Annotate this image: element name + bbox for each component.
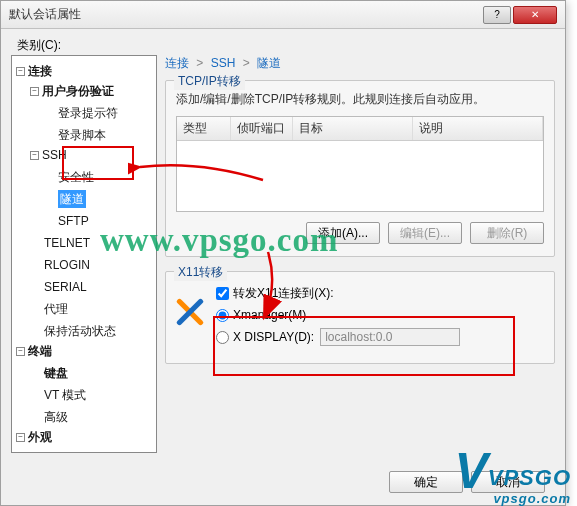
xmanager-radio[interactable]: Xmanager(M) — [216, 308, 306, 322]
breadcrumb-root[interactable]: 连接 — [165, 56, 189, 70]
chevron-right-icon: > — [243, 56, 250, 70]
titlebar: 默认会话属性 ? ✕ — [1, 1, 565, 29]
xmanager-icon — [176, 298, 204, 326]
forward-x11-checkbox[interactable]: 转发X11连接到(X): — [216, 285, 334, 302]
edit-button[interactable]: 编辑(E)... — [388, 222, 462, 244]
category-pane: −连接 −用户身份验证 登录提示符 登录脚本 — [11, 55, 157, 495]
collapse-icon[interactable]: − — [16, 67, 25, 76]
xdisplay-input[interactable] — [320, 328, 460, 346]
close-button[interactable]: ✕ — [513, 6, 557, 24]
tree-login-prompt[interactable]: 登录提示符 — [44, 104, 118, 122]
xdisplay-radio-input[interactable] — [216, 331, 229, 344]
xmanager-radio-input[interactable] — [216, 309, 229, 322]
category-label: 类别(C): — [17, 37, 61, 54]
col-type[interactable]: 类型 — [177, 117, 231, 140]
breadcrumb-leaf: 隧道 — [257, 56, 281, 70]
tree-advanced-t[interactable]: 高级 — [30, 408, 68, 426]
window-title: 默认会话属性 — [9, 6, 483, 23]
chevron-right-icon: > — [196, 56, 203, 70]
tcpip-group: TCP/IP转移 添加/编辑/删除TCP/IP转移规则。此规则连接后自动应用。 … — [165, 80, 555, 257]
x11-group-title: X11转移 — [174, 264, 227, 281]
table-header: 类型 侦听端口 目标 说明 — [177, 117, 543, 141]
help-button[interactable]: ? — [483, 6, 511, 24]
rules-table[interactable]: 类型 侦听端口 目标 说明 — [176, 116, 544, 212]
tcpip-group-title: TCP/IP转移 — [174, 73, 245, 90]
add-button[interactable]: 添加(A)... — [306, 222, 380, 244]
tree-keyboard[interactable]: 键盘 — [30, 364, 68, 382]
dialog-window: 默认会话属性 ? ✕ 类别(C): −连接 −用户身份验证 — [0, 0, 566, 506]
collapse-icon[interactable]: − — [16, 347, 25, 356]
x11-group: X11转移 转发X11连接到(X): Xmanager(M) X DISPLAY… — [165, 271, 555, 364]
forward-x11-input[interactable] — [216, 287, 229, 300]
tree-ssh[interactable]: −SSH — [30, 146, 67, 164]
collapse-icon[interactable]: − — [30, 151, 39, 160]
ok-button[interactable]: 确定 — [389, 471, 463, 493]
tcpip-help-text: 添加/编辑/删除TCP/IP转移规则。此规则连接后自动应用。 — [176, 91, 544, 108]
tree-proxy[interactable]: 代理 — [30, 300, 68, 318]
tree-connection[interactable]: −连接 — [16, 62, 52, 80]
tree-tunnel[interactable]: 隧道 — [44, 190, 86, 208]
tree-serial[interactable]: SERIAL — [30, 278, 87, 296]
collapse-icon[interactable]: − — [16, 433, 25, 442]
tree-appearance[interactable]: −外观 — [16, 428, 52, 446]
breadcrumb: 连接 > SSH > 隧道 — [165, 55, 555, 72]
breadcrumb-mid[interactable]: SSH — [211, 56, 236, 70]
delete-button[interactable]: 删除(R) — [470, 222, 544, 244]
tree-security[interactable]: 安全性 — [44, 168, 94, 186]
tree-user-auth[interactable]: −用户身份验证 — [30, 82, 114, 100]
dialog-footer: 确定 取消 — [389, 471, 545, 493]
tree-sftp[interactable]: SFTP — [44, 212, 89, 230]
tree-telnet[interactable]: TELNET — [30, 234, 90, 252]
tree-vtmode[interactable]: VT 模式 — [30, 386, 86, 404]
col-desc[interactable]: 说明 — [413, 117, 543, 140]
tree-login-script[interactable]: 登录脚本 — [44, 126, 106, 144]
tree-margin[interactable]: 边距 — [30, 450, 68, 453]
tree-keepalive[interactable]: 保持活动状态 — [30, 322, 116, 340]
col-dest[interactable]: 目标 — [293, 117, 413, 140]
tree-rlogin[interactable]: RLOGIN — [30, 256, 90, 274]
window-buttons: ? ✕ — [483, 6, 557, 24]
category-tree[interactable]: −连接 −用户身份验证 登录提示符 登录脚本 — [11, 55, 157, 453]
tree-terminal[interactable]: −终端 — [16, 342, 52, 360]
settings-pane: 连接 > SSH > 隧道 TCP/IP转移 添加/编辑/删除TCP/IP转移规… — [165, 55, 555, 495]
collapse-icon[interactable]: − — [30, 87, 39, 96]
col-port[interactable]: 侦听端口 — [231, 117, 293, 140]
cancel-button[interactable]: 取消 — [471, 471, 545, 493]
xdisplay-radio[interactable]: X DISPLAY(D): — [216, 330, 314, 344]
